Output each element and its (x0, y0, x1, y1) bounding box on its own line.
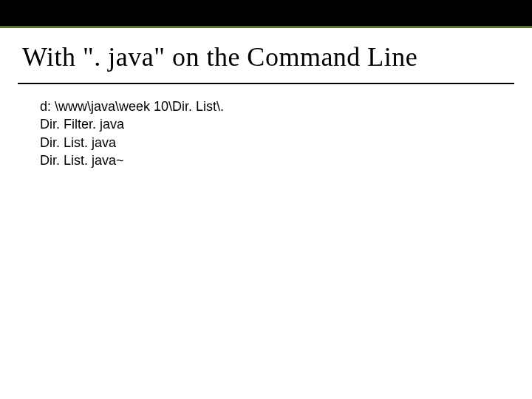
content-block: d: \www\java\week 10\Dir. List\. Dir. Fi… (0, 84, 532, 169)
top-decorative-bar (0, 0, 532, 28)
code-line: d: \www\java\week 10\Dir. List\. (40, 98, 532, 115)
page-title: With ". java" on the Command Line (22, 41, 510, 72)
code-line: Dir. List. java (40, 134, 532, 151)
title-area: With ". java" on the Command Line (0, 28, 532, 78)
code-line: Dir. List. java~ (40, 151, 532, 169)
code-line: Dir. Filter. java (40, 115, 532, 133)
